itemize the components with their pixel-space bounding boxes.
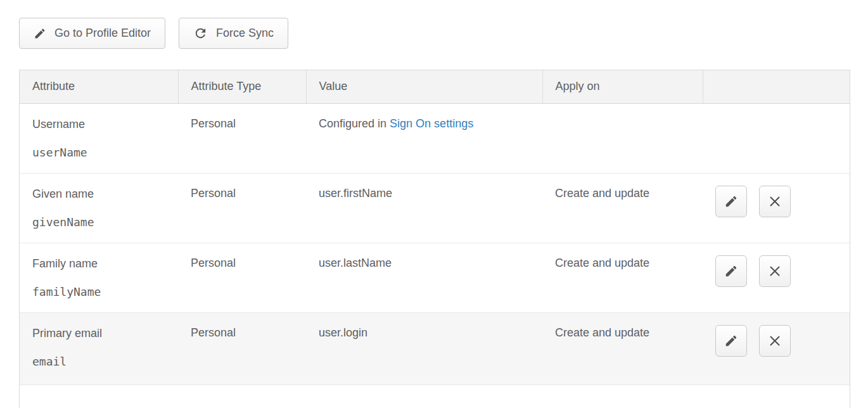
force-sync-label: Force Sync xyxy=(216,27,274,40)
column-header-value: Value xyxy=(306,70,542,103)
attribute-type-label: Personal xyxy=(191,187,236,200)
value-cell: Configured in Sign On settings xyxy=(306,103,542,173)
edit-attribute-button[interactable] xyxy=(715,325,747,357)
go-to-profile-editor-button[interactable]: Go to Profile Editor xyxy=(19,18,165,49)
actions-cell xyxy=(703,173,850,243)
sign-on-settings-link[interactable]: Sign On settings xyxy=(390,117,473,130)
column-header-attribute-type: Attribute Type xyxy=(178,70,306,103)
apply-on-label: Create and update xyxy=(555,187,649,200)
attribute-mappings-table: Attribute Attribute Type Value Apply on … xyxy=(19,70,850,408)
attribute-type-label: Personal xyxy=(191,117,236,130)
apply-on-cell: Create and update xyxy=(542,243,703,312)
attribute-cell: Primary emailemail xyxy=(20,312,178,385)
attribute-type-cell: Personal xyxy=(178,173,306,243)
remove-attribute-button[interactable] xyxy=(759,186,791,217)
remove-attribute-button[interactable] xyxy=(759,255,791,287)
value-text: user.firstName xyxy=(319,187,392,200)
apply-on-cell xyxy=(542,103,703,173)
table-row: Primary emailemailPersonaluser.loginCrea… xyxy=(20,312,850,385)
attribute-variable-name: email xyxy=(32,355,172,369)
attribute-type-label: Personal xyxy=(191,257,236,269)
value-text: Configured in xyxy=(319,117,390,130)
attribute-display-name: Family name xyxy=(32,257,172,271)
value-cell: user.lastName xyxy=(306,243,542,312)
table-row: Family namefamilyNamePersonaluser.lastNa… xyxy=(20,243,850,312)
pencil-icon xyxy=(724,264,738,278)
table-row: Given namegivenNamePersonaluser.firstNam… xyxy=(20,173,850,243)
actions-cell xyxy=(703,312,850,385)
apply-on-cell: Create and update xyxy=(542,312,703,385)
edit-attribute-button[interactable] xyxy=(715,186,747,217)
table-row: UsernameuserNamePersonalConfigured in Si… xyxy=(20,103,850,173)
attribute-cell: Given namegivenName xyxy=(20,173,178,243)
column-header-apply-on: Apply on xyxy=(542,70,703,103)
attribute-cell: Family namefamilyName xyxy=(20,243,178,312)
remove-attribute-button[interactable] xyxy=(759,325,791,357)
apply-on-label: Create and update xyxy=(555,257,649,269)
attribute-type-cell: Personal xyxy=(178,103,306,173)
attribute-variable-name: givenName xyxy=(32,215,172,229)
value-text: user.lastName xyxy=(319,257,392,269)
attribute-type-cell: Personal xyxy=(178,243,306,312)
actions-cell xyxy=(703,103,850,173)
attribute-variable-name: familyName xyxy=(32,285,172,299)
pencil-icon xyxy=(724,334,738,348)
value-cell: user.firstName xyxy=(306,173,542,243)
force-sync-button[interactable]: Force Sync xyxy=(179,18,288,49)
attribute-display-name: Username xyxy=(32,117,172,132)
attribute-type-label: Personal xyxy=(191,326,236,339)
value-cell: user.login xyxy=(306,312,542,385)
toolbar: Go to Profile Editor Force Sync xyxy=(19,18,288,49)
apply-on-cell: Create and update xyxy=(542,173,703,243)
column-header-actions xyxy=(703,70,850,103)
apply-on-label: Create and update xyxy=(555,326,649,339)
table-header-row: Attribute Attribute Type Value Apply on xyxy=(20,70,850,103)
refresh-icon xyxy=(193,26,208,41)
attribute-display-name: Primary email xyxy=(32,326,172,341)
edit-attribute-button[interactable] xyxy=(715,255,747,287)
close-icon xyxy=(767,264,782,279)
pencil-icon xyxy=(724,194,738,208)
attribute-type-cell: Personal xyxy=(178,312,306,385)
column-header-attribute: Attribute xyxy=(20,70,178,103)
pencil-icon xyxy=(34,27,46,40)
close-icon xyxy=(767,194,782,209)
go-to-profile-editor-label: Go to Profile Editor xyxy=(54,27,151,40)
attribute-cell: UsernameuserName xyxy=(20,103,178,173)
actions-cell xyxy=(703,243,850,312)
attribute-display-name: Given name xyxy=(32,187,172,201)
attribute-variable-name: userName xyxy=(32,146,172,160)
close-icon xyxy=(767,333,782,348)
value-text: user.login xyxy=(319,326,367,339)
